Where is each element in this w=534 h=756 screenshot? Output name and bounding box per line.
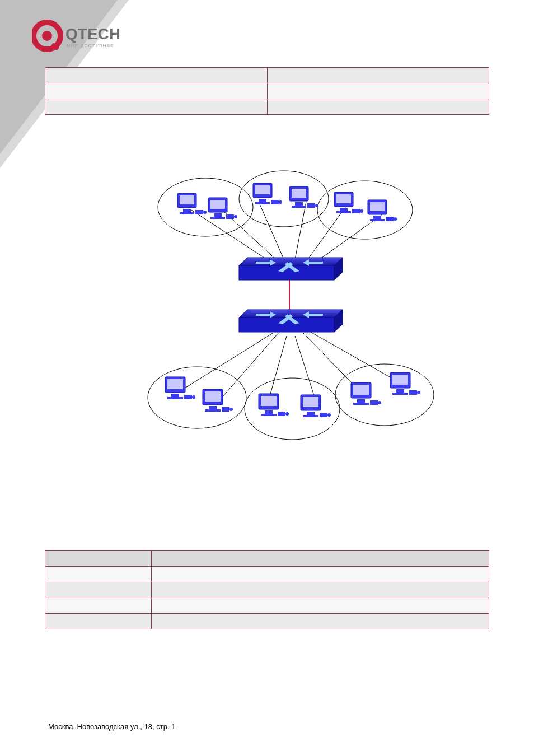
svg-line-7 xyxy=(259,202,284,259)
svg-rect-100 xyxy=(357,399,365,403)
pc-icon xyxy=(208,198,237,219)
svg-rect-39 xyxy=(255,202,270,204)
svg-rect-52 xyxy=(352,209,360,213)
svg-rect-50 xyxy=(340,208,348,211)
svg-point-29 xyxy=(203,211,207,214)
footer-address: Москва, Новозаводская ул., 18, стр. 1 xyxy=(48,722,175,731)
svg-point-47 xyxy=(315,204,318,207)
svg-rect-99 xyxy=(353,385,369,395)
pc-icon xyxy=(390,372,420,395)
pc-icon xyxy=(334,192,363,213)
blank-table-2col xyxy=(45,67,489,115)
svg-rect-94 xyxy=(307,412,315,415)
svg-point-21 xyxy=(148,367,246,428)
svg-rect-90 xyxy=(278,412,285,416)
table-cell xyxy=(267,68,489,83)
table-row xyxy=(45,99,489,115)
svg-rect-26 xyxy=(183,209,191,212)
svg-rect-44 xyxy=(295,202,303,206)
svg-rect-89 xyxy=(261,414,277,416)
svg-rect-105 xyxy=(392,375,408,385)
svg-rect-45 xyxy=(292,206,306,208)
svg-rect-40 xyxy=(271,200,279,204)
pc-icon xyxy=(203,389,233,412)
logo-brand-text: QTECH xyxy=(65,25,120,43)
svg-rect-83 xyxy=(205,409,221,412)
pc-icon xyxy=(165,377,195,399)
table-row xyxy=(45,68,489,83)
svg-rect-55 xyxy=(370,202,385,211)
svg-line-9 xyxy=(306,207,345,262)
svg-rect-81 xyxy=(205,391,221,402)
svg-rect-84 xyxy=(222,407,229,412)
table-cell xyxy=(45,83,268,99)
svg-rect-88 xyxy=(265,410,273,414)
table-row xyxy=(45,614,489,629)
table-row xyxy=(45,83,489,99)
svg-rect-49 xyxy=(336,194,351,203)
table-cell xyxy=(45,614,152,629)
table-cell xyxy=(267,99,489,115)
svg-point-35 xyxy=(234,215,237,218)
svg-point-53 xyxy=(360,209,363,213)
svg-rect-76 xyxy=(171,394,179,397)
table-cell xyxy=(45,99,268,115)
table-row xyxy=(45,582,489,598)
svg-point-23 xyxy=(335,364,434,426)
table-cell xyxy=(45,598,152,614)
svg-rect-78 xyxy=(184,395,192,399)
svg-line-8 xyxy=(295,202,306,259)
pc-icon xyxy=(253,183,282,204)
svg-point-20 xyxy=(317,181,413,239)
svg-rect-102 xyxy=(370,400,378,405)
svg-line-17 xyxy=(311,332,401,384)
svg-point-103 xyxy=(378,401,381,404)
table-cell xyxy=(45,551,152,567)
pc-icon xyxy=(177,193,207,214)
svg-rect-25 xyxy=(180,195,194,204)
table-row xyxy=(45,551,489,567)
svg-rect-95 xyxy=(303,415,318,417)
switch-icon xyxy=(239,258,343,280)
svg-rect-96 xyxy=(320,413,327,417)
svg-rect-38 xyxy=(259,199,266,202)
svg-rect-93 xyxy=(303,397,318,407)
qtech-logo: QTECH МИР ДОСТУПНЕЕ xyxy=(32,19,133,57)
table-row xyxy=(45,598,489,614)
table-cell xyxy=(152,551,489,567)
svg-rect-37 xyxy=(255,185,270,194)
svg-rect-34 xyxy=(226,214,234,219)
table-cell xyxy=(45,582,152,598)
svg-rect-106 xyxy=(396,389,404,393)
svg-rect-31 xyxy=(210,200,225,209)
svg-rect-107 xyxy=(392,393,408,395)
svg-point-109 xyxy=(417,391,420,394)
svg-point-79 xyxy=(192,395,195,399)
svg-point-3 xyxy=(42,31,52,41)
svg-rect-57 xyxy=(370,219,385,221)
table-cell xyxy=(152,614,489,629)
switch-icon xyxy=(239,310,343,332)
svg-rect-28 xyxy=(195,210,203,214)
svg-rect-87 xyxy=(261,396,277,406)
svg-rect-27 xyxy=(180,212,194,214)
pc-icon xyxy=(351,382,381,405)
svg-point-59 xyxy=(394,217,397,221)
table-cell xyxy=(152,567,489,582)
svg-rect-58 xyxy=(386,217,394,221)
table-cell xyxy=(267,83,489,99)
svg-point-19 xyxy=(239,171,329,227)
svg-point-85 xyxy=(229,408,233,411)
svg-rect-108 xyxy=(409,390,417,395)
logo-tagline-text: МИР ДОСТУПНЕЕ xyxy=(67,43,114,48)
svg-rect-32 xyxy=(214,213,222,217)
svg-line-13 xyxy=(219,333,278,400)
table-cell xyxy=(152,598,489,614)
network-topology-diagram xyxy=(45,165,489,458)
table-cell xyxy=(45,68,268,83)
svg-rect-56 xyxy=(373,216,381,219)
pc-icon xyxy=(259,394,289,416)
table-cell xyxy=(152,582,489,598)
svg-rect-75 xyxy=(167,379,183,389)
svg-rect-82 xyxy=(209,406,217,409)
